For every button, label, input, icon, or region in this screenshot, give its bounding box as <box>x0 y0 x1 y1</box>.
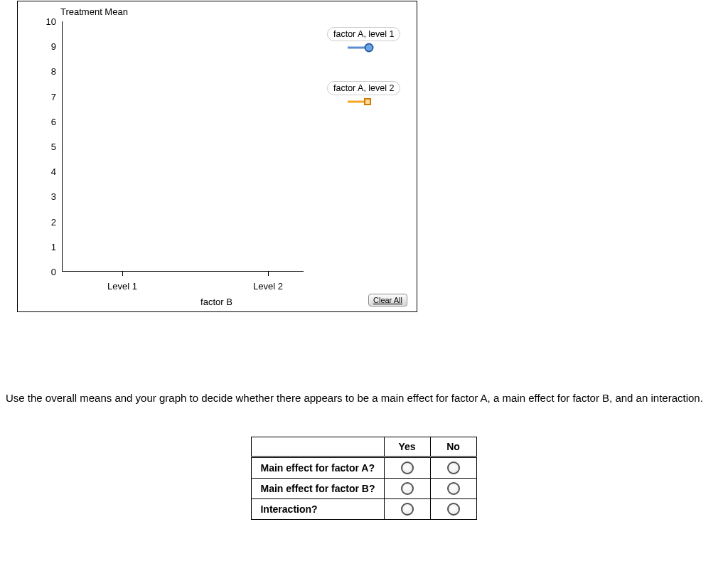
svg-point-1 <box>365 44 373 52</box>
y-tick-label: 3 <box>35 191 56 202</box>
y-tick-label: 0 <box>35 267 56 277</box>
x-tick <box>268 271 269 276</box>
plot-title: Treatment Mean <box>60 6 128 17</box>
radio-main-a-yes[interactable] <box>401 462 414 474</box>
clear-all-button[interactable]: Clear All <box>368 294 407 306</box>
legend-label: factor A, level 1 <box>333 29 394 39</box>
y-tick-label: 1 <box>35 241 56 252</box>
table-row: Interaction? <box>252 499 476 520</box>
row-label: Main effect for factor A? <box>252 457 384 478</box>
y-tick-label: 5 <box>35 142 56 152</box>
x-tick-label: Level 2 <box>253 281 283 292</box>
plot-area[interactable]: 10 9 8 7 6 5 4 3 2 1 0 Level 1 Level 2 f… <box>62 21 304 272</box>
x-tick <box>122 271 123 276</box>
radio-main-a-no[interactable] <box>447 462 460 474</box>
row-label: Interaction? <box>252 499 384 520</box>
legend-label: factor A, level 2 <box>333 83 394 93</box>
legend-item-factor-a-level-2[interactable]: factor A, level 2 <box>327 81 400 95</box>
radio-main-b-yes[interactable] <box>401 482 414 495</box>
interactive-plot-widget: Treatment Mean 10 9 8 7 6 5 4 3 2 1 0 Le… <box>17 1 417 312</box>
col-header-yes: Yes <box>384 437 430 457</box>
y-tick-label: 2 <box>35 216 56 227</box>
radio-main-b-no[interactable] <box>447 482 460 495</box>
col-header-no: No <box>430 437 476 457</box>
legend-swatch-icon <box>346 97 378 107</box>
radio-interaction-no[interactable] <box>447 503 460 516</box>
table-row: Main effect for factor A? <box>252 457 476 478</box>
y-tick-label: 8 <box>35 66 56 77</box>
y-tick-label: 9 <box>35 41 56 52</box>
x-axis <box>62 271 304 272</box>
radio-interaction-yes[interactable] <box>401 503 414 516</box>
svg-rect-3 <box>365 99 370 105</box>
legend-item-factor-a-level-1[interactable]: factor A, level 1 <box>327 27 400 41</box>
y-tick-label: 10 <box>35 16 56 27</box>
y-tick-label: 7 <box>35 91 56 102</box>
table-header-row: Yes No <box>252 437 476 457</box>
table-row: Main effect for factor B? <box>252 478 476 498</box>
instructions-text: Use the overall means and your graph to … <box>6 387 724 410</box>
row-label: Main effect for factor B? <box>252 478 384 498</box>
legend-swatch-icon <box>346 43 378 53</box>
answer-table: Yes No Main effect for factor A? Main ef… <box>251 437 476 521</box>
y-tick-label: 4 <box>35 166 56 177</box>
x-tick-label: Level 1 <box>107 281 137 292</box>
y-tick-label: 6 <box>35 116 56 127</box>
x-axis-label: factor B <box>200 297 232 307</box>
y-axis <box>62 21 63 272</box>
